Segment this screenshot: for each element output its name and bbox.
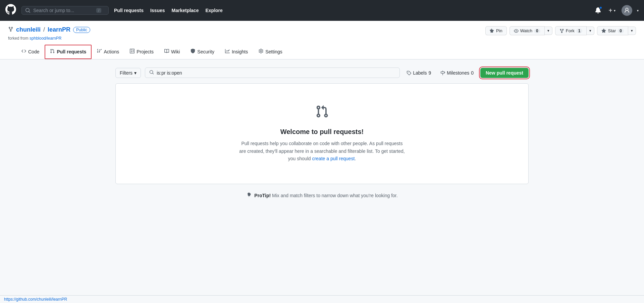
protip: ProTip! Mix and match filters to narrow … <box>115 192 529 199</box>
watch-button[interactable]: Watch 0 <box>509 26 545 35</box>
filters-chevron: ▾ <box>134 70 137 76</box>
milestones-count: 0 <box>471 70 474 76</box>
tab-wiki[interactable]: Wiki <box>159 45 185 59</box>
star-button[interactable]: Star 0 <box>597 26 628 35</box>
filter-bar: Filters ▾ Labels 9 <box>115 68 529 78</box>
repo-separator: / <box>43 26 45 33</box>
repo-header: chunleili / learnPR Public forked from s… <box>0 21 644 59</box>
tab-actions-label: Actions <box>104 49 119 54</box>
avatar-chevron[interactable]: ▾ <box>637 9 639 12</box>
watch-count: 0 <box>534 29 540 33</box>
tab-settings[interactable]: Settings <box>253 45 288 59</box>
milestones-label: Milestones <box>447 70 469 76</box>
watch-label: Watch <box>520 28 532 33</box>
tab-security[interactable]: Security <box>185 45 220 59</box>
pin-button[interactable]: Pin <box>485 26 507 35</box>
security-icon <box>191 49 195 54</box>
fork-dropdown-button[interactable]: ▾ <box>587 27 594 35</box>
watch-group: Watch 0 ▾ <box>509 26 552 35</box>
nav-marketplace[interactable]: Marketplace <box>172 8 199 13</box>
repo-owner-link[interactable]: chunleili <box>16 26 41 33</box>
labels-count: 9 <box>428 70 431 76</box>
new-pull-request-button[interactable]: New pull request <box>480 68 529 78</box>
fork-count: 1 <box>576 29 583 33</box>
fork-label: Fork <box>566 28 575 33</box>
empty-state: Welcome to pull requests! Pull requests … <box>115 83 529 184</box>
notification-dot <box>599 6 602 9</box>
search-icon <box>149 70 154 76</box>
notifications-button[interactable] <box>594 6 602 15</box>
star-count: 0 <box>618 29 624 33</box>
tab-code-label: Code <box>28 49 39 54</box>
top-nav-links: Pull requests Issues Marketplace Explore <box>114 8 588 13</box>
empty-state-title: Welcome to pull requests! <box>280 128 364 136</box>
labels-label: Labels <box>413 70 427 76</box>
tab-insights-label: Insights <box>232 49 248 54</box>
create-button[interactable]: + ▾ <box>607 5 617 16</box>
search-input[interactable] <box>33 8 94 13</box>
nav-issues[interactable]: Issues <box>150 8 165 13</box>
star-dropdown-button[interactable]: ▾ <box>628 27 636 35</box>
pin-label: Pin <box>496 28 502 33</box>
pin-group: Pin <box>485 26 507 35</box>
nav-explore[interactable]: Explore <box>205 8 222 13</box>
tab-pull-requests[interactable]: Pull requests <box>45 45 92 59</box>
bulb-icon <box>246 192 252 199</box>
pull-request-empty-icon <box>315 105 329 121</box>
labels-button[interactable]: Labels 9 <box>404 68 434 78</box>
code-icon <box>21 49 26 54</box>
create-pull-request-link[interactable]: create a pull request <box>312 156 355 161</box>
filter-right: Labels 9 Milestones 0 New pull request <box>404 68 529 78</box>
milestones-button[interactable]: Milestones 0 <box>438 68 476 78</box>
tab-projects[interactable]: Projects <box>124 45 159 59</box>
protip-label: ProTip! <box>254 193 271 198</box>
star-group: Star 0 ▾ <box>597 26 636 35</box>
protip-message: Mix and match filters to narrow down wha… <box>272 193 398 198</box>
github-logo[interactable] <box>5 4 16 17</box>
tab-security-label: Security <box>197 49 214 54</box>
pr-search-input[interactable] <box>157 70 395 76</box>
repo-name-link[interactable]: learnPR <box>48 26 70 33</box>
forked-from: forked from sphblood/learnPR <box>8 36 90 41</box>
fork-source-link[interactable]: sphblood/learnPR <box>30 36 61 41</box>
empty-state-description: Pull requests help you collaborate on co… <box>238 140 406 162</box>
filters-label: Filters <box>120 70 132 76</box>
fork-button[interactable]: Fork 1 <box>555 26 587 35</box>
wiki-icon <box>164 49 169 54</box>
projects-icon <box>130 49 135 54</box>
actions-icon <box>97 49 102 54</box>
tab-insights[interactable]: Insights <box>220 45 253 59</box>
tab-code[interactable]: Code <box>16 45 45 59</box>
filters-button[interactable]: Filters ▾ <box>115 68 141 78</box>
settings-icon <box>259 49 263 54</box>
top-nav-right: + ▾ ▾ <box>594 5 639 16</box>
empty-desc-part2: . <box>355 156 356 161</box>
tab-wiki-label: Wiki <box>171 49 180 54</box>
repo-actions: Pin Watch 0 ▾ <box>485 26 636 35</box>
tab-pull-requests-label: Pull requests <box>57 49 86 54</box>
visibility-badge: Public <box>73 27 90 33</box>
star-label: Star <box>608 28 616 33</box>
tab-projects-label: Projects <box>137 49 154 54</box>
protip-text: ProTip! Mix and match filters to narrow … <box>254 193 397 198</box>
fork-group: Fork 1 ▾ <box>555 26 595 35</box>
global-search[interactable]: / <box>21 6 109 15</box>
pr-search-bar[interactable] <box>145 68 400 78</box>
tab-settings-label: Settings <box>265 49 282 54</box>
repo-fork-icon <box>8 27 13 33</box>
search-kbd: / <box>96 8 101 13</box>
main-content: Filters ▾ Labels 9 <box>107 59 537 207</box>
tab-actions[interactable]: Actions <box>92 45 124 59</box>
tab-navigation: Code Pull requests Actions <box>8 45 636 59</box>
pull-request-icon <box>50 49 55 54</box>
watch-dropdown-button[interactable]: ▾ <box>545 27 552 35</box>
avatar[interactable] <box>622 5 632 16</box>
insights-icon <box>225 49 230 54</box>
top-navigation: / Pull requests Issues Marketplace Explo… <box>0 0 644 21</box>
nav-pull-requests[interactable]: Pull requests <box>114 8 144 13</box>
